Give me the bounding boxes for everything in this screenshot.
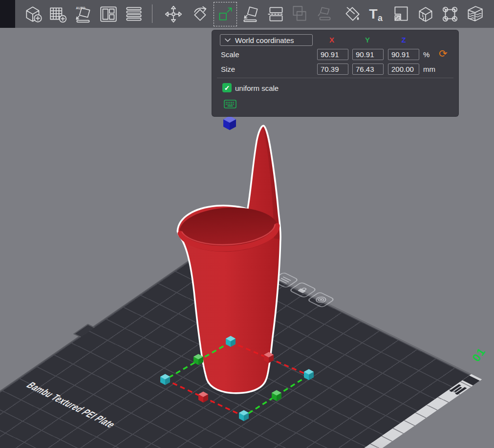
split-to-objects-button[interactable] (288, 2, 311, 26)
variable-layer-height-icon (464, 4, 485, 24)
text-tool-button[interactable]: T a (365, 2, 388, 26)
scale-unit-label: % (423, 50, 430, 59)
rotate-icon (191, 4, 211, 24)
support-painting-button[interactable] (438, 2, 462, 26)
paint-bucket-icon (342, 4, 363, 24)
toolbar-corner-block (0, 0, 15, 28)
auto-orient-button[interactable]: AUTO (71, 2, 95, 26)
scale-y-input[interactable] (352, 49, 384, 60)
lay-on-face-icon (240, 4, 261, 24)
keyboard-shortcut-button[interactable] (224, 100, 236, 110)
model-cup[interactable] (178, 127, 280, 392)
coordinate-system-value: World coordinates (235, 36, 294, 44)
axis-header-x: X (322, 36, 342, 44)
scale-tool-button[interactable] (214, 2, 237, 26)
scale-panel: World coordinates X Y Z Scale % ⟳ Size m… (212, 30, 458, 116)
model-silhouette (178, 127, 279, 392)
seam-painting-button[interactable] (414, 2, 437, 26)
x-scale-handle[interactable] (198, 392, 208, 403)
keyboard-icon (224, 100, 236, 108)
coordinate-system-dropdown[interactable]: World coordinates (220, 34, 313, 46)
variable-layer-height-button[interactable] (463, 2, 486, 26)
toolbar-separator (152, 4, 152, 23)
panel-separator (217, 78, 453, 78)
main-toolbar: AUTO (0, 0, 494, 28)
split-to-parts-icon (314, 4, 334, 24)
split-to-objects-icon (289, 4, 310, 24)
fuzzy-skin-icon (391, 4, 411, 24)
color-painting-button[interactable] (341, 2, 364, 26)
reset-scale-icon[interactable]: ⟳ (439, 48, 448, 60)
corner-scale-handle[interactable] (160, 374, 170, 385)
add-object-icon (23, 4, 43, 24)
split-to-parts-button[interactable] (312, 2, 336, 26)
add-plate-button[interactable] (46, 2, 69, 26)
cut-icon (266, 4, 286, 24)
layers-icon (124, 4, 144, 24)
layers-button[interactable] (122, 2, 146, 26)
svg-text:a: a (378, 13, 383, 23)
corner-scale-handle[interactable] (304, 369, 314, 381)
uniform-scale-checkbox[interactable]: ✓ (222, 83, 232, 92)
size-unit-label: mm (423, 65, 435, 73)
move-tool-button[interactable] (162, 2, 185, 26)
axis-header-y: Y (358, 36, 377, 44)
scale-icon (215, 4, 236, 24)
auto-orient-icon: AUTO (73, 4, 93, 24)
lay-on-face-button[interactable] (239, 2, 262, 26)
seam-cube-icon (415, 4, 436, 24)
fuzzy-skin-button[interactable] (389, 2, 413, 26)
size-y-input[interactable] (352, 64, 384, 75)
uniform-scale-label: uniform scale (235, 84, 279, 92)
corner-scale-handle[interactable] (239, 410, 249, 422)
size-row-label: Size (221, 65, 235, 73)
arrange-icon (98, 4, 119, 24)
scale-x-input[interactable] (317, 49, 348, 60)
z-scale-handle[interactable] (223, 116, 236, 130)
add-object-button[interactable] (21, 2, 45, 26)
scale-z-input[interactable] (388, 49, 419, 60)
axis-header-z: Z (394, 36, 413, 44)
move-icon (163, 4, 184, 24)
chevron-down-icon (225, 38, 231, 42)
svg-text:T: T (369, 6, 377, 21)
y-scale-handle[interactable] (272, 390, 281, 402)
plate-number-label: 01 (470, 345, 488, 364)
arrange-button[interactable] (97, 2, 120, 26)
checkmark-icon: ✓ (224, 84, 230, 92)
size-z-input[interactable] (388, 64, 419, 75)
scale-row-label: Scale (221, 50, 239, 59)
add-plate-icon (47, 4, 68, 24)
rotate-tool-button[interactable] (189, 2, 213, 26)
bambu-studio-3d-viewport: Bambu Textured PEI Plate (0, 0, 494, 448)
text-tool-icon: T a (366, 4, 387, 24)
size-x-input[interactable] (317, 64, 348, 75)
cut-tool-button[interactable] (264, 2, 288, 26)
support-painting-icon (440, 4, 460, 24)
